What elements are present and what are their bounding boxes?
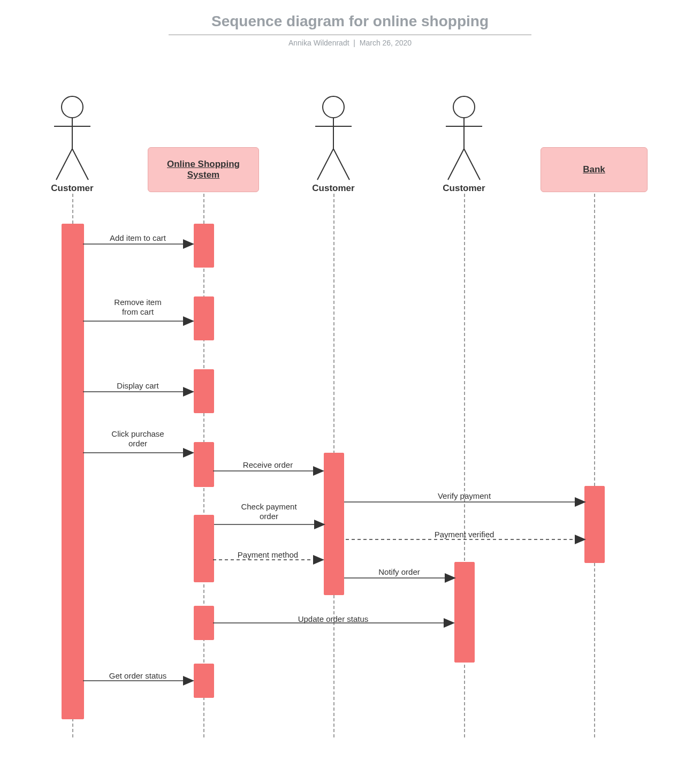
svg-line-3 (56, 149, 72, 180)
message-label: Remove item from cart (90, 298, 186, 317)
actor-icon (51, 95, 94, 181)
actor-p3: Customer (301, 95, 366, 194)
actor-label: Customer (40, 183, 104, 194)
message-label: Verify payment (416, 491, 513, 501)
svg-line-8 (317, 149, 333, 180)
svg-line-9 (333, 149, 349, 180)
activation-bar (194, 515, 214, 582)
actor-icon (312, 95, 355, 181)
message-label: Update order status (285, 614, 382, 624)
activation-bar (584, 486, 605, 563)
activation-bar (194, 296, 214, 340)
activation-bar (324, 453, 344, 595)
activation-bar (194, 224, 214, 268)
svg-line-14 (464, 149, 480, 180)
message-label: Add item to cart (90, 233, 186, 243)
message-label: Receive order (220, 460, 316, 470)
diagram-canvas: CustomerOnline Shopping SystemCustomerCu… (0, 0, 700, 761)
activation-bar (194, 369, 214, 413)
activation-bar (194, 606, 214, 640)
message-label: Notify order (351, 567, 447, 577)
actor-label: Customer (301, 183, 366, 194)
activation-bar (62, 224, 84, 719)
diagram-root: Sequence diagram for online shopping Ann… (0, 0, 700, 761)
activation-bar (194, 664, 214, 698)
actor-p4: Customer (432, 95, 496, 194)
message-label: Payment verified (416, 530, 513, 539)
activation-bar (194, 442, 214, 487)
actor-icon (443, 95, 485, 181)
svg-point-0 (62, 96, 83, 118)
message-label: Get order status (90, 671, 186, 681)
svg-point-10 (453, 96, 475, 118)
svg-line-13 (448, 149, 464, 180)
participant-label: Online Shopping System (155, 159, 252, 180)
participant-box-p2: Online Shopping System (148, 147, 259, 192)
lifeline-p5 (594, 194, 595, 737)
svg-line-4 (72, 149, 88, 180)
message-label: Click purchase order (90, 429, 186, 448)
message-label: Display cart (90, 381, 186, 391)
participant-label: Bank (583, 164, 605, 175)
message-label: Payment method (220, 550, 316, 560)
actor-p1: Customer (40, 95, 104, 194)
svg-point-5 (323, 96, 344, 118)
actor-label: Customer (432, 183, 496, 194)
participant-box-p5: Bank (541, 147, 648, 192)
activation-bar (454, 562, 475, 663)
message-label: Check payment order (221, 502, 317, 521)
